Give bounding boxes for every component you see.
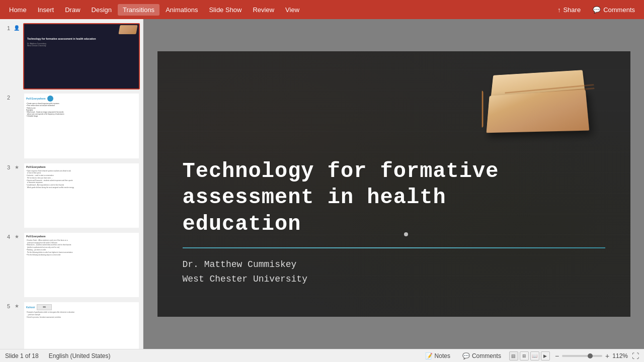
comments-icon: 💬 [593, 6, 601, 14]
thumb-poll-logo [47, 96, 53, 102]
thumb3-content: • Open response: Each channel question s… [26, 170, 137, 189]
slide-thumb-2[interactable]: Poll Everywhere • Create open or closed … [23, 93, 140, 159]
presenter-view-button[interactable]: ▶ [541, 351, 550, 360]
slide-icon-5: ★ [13, 301, 20, 309]
slide-thumb-1[interactable]: Technology for formative assessment in h… [23, 23, 140, 89]
menu-home[interactable]: Home [4, 4, 32, 16]
eraser-body [486, 89, 589, 133]
main-area: 1 👤 Technology for formative assessment … [0, 19, 644, 349]
star-icon-3: ★ [15, 164, 19, 170]
share-icon: ↑ [557, 6, 561, 14]
wood-eraser [479, 61, 590, 132]
thumb-title-1: Technology for formative assessment in h… [27, 37, 136, 41]
slide-number-2: 2 [3, 93, 10, 101]
menu-design[interactable]: Design [87, 4, 117, 16]
zoom-thumb [588, 353, 593, 358]
thumb-poll-title: Poll Everywhere [26, 97, 46, 100]
status-comments-icon: 💬 [462, 352, 470, 359]
thumb-wood-1 [118, 25, 137, 34]
star-icon-5: ★ [15, 303, 19, 309]
thumb4-title: Poll Everywhere [26, 235, 137, 238]
status-comments-button[interactable]: 💬 Comments [458, 351, 505, 360]
menu-view[interactable]: View [280, 4, 304, 16]
slide-number-4: 4 [3, 232, 10, 240]
thumb5-title: Kahoot [26, 306, 35, 309]
fullscreen-button[interactable]: ⛶ [632, 352, 639, 360]
slide-area: Technology for formative assessment in h… [143, 19, 644, 349]
comments-button[interactable]: 💬 Comments [588, 4, 640, 16]
slide-count: Slide 1 of 18 [5, 352, 39, 359]
view-icons: ▤ ⊞ 📖 ▶ [509, 351, 550, 360]
slide-item-2[interactable]: 2 Poll Everywhere • Create open or close… [3, 93, 140, 159]
zoom-level: 112% [612, 352, 628, 359]
slide-icon-2 [13, 93, 20, 95]
slide-thumb-5[interactable]: Kahoot IMG • Example of gamification whi… [23, 301, 140, 349]
menu-insert[interactable]: Insert [33, 4, 59, 16]
main-slide: Technology for formative assessment in h… [157, 51, 630, 317]
menu-slideshow[interactable]: Slide Show [204, 4, 247, 16]
thumb4-content: • Emotion Scale – Allow students to pick… [26, 239, 137, 256]
slide-icon-4: ★ [13, 232, 20, 239]
notes-icon: 📝 [425, 352, 433, 359]
slide-icon-1: 👤 [13, 23, 20, 31]
slide-icon-3: ★ [13, 162, 20, 170]
slide-divider [183, 247, 605, 248]
share-button[interactable]: ↑ Share [552, 4, 586, 16]
slide-panel: 1 👤 Technology for formative assessment … [0, 19, 143, 349]
eraser-side [481, 90, 483, 128]
menu-transitions[interactable]: Transitions [118, 4, 159, 16]
slide-text-content: Technology for formative assessment in h… [183, 158, 605, 287]
thumb3-title: Poll Everywhere [26, 165, 137, 168]
slide-author: Dr. Matthew Cummiskey West Chester Unive… [183, 257, 605, 287]
slide-title: Technology for formative assessment in h… [183, 158, 605, 238]
slide-item-5[interactable]: 5 ★ Kahoot IMG • Example of gamification… [3, 301, 140, 349]
slide-number-5: 5 [3, 301, 10, 309]
menu-bar: Home Insert Draw Design Transitions Anim… [0, 0, 644, 19]
slide-item-4[interactable]: 4 ★ Poll Everywhere • Emotion Scale – Al… [3, 232, 140, 298]
slide-thumb-4[interactable]: Poll Everywhere • Emotion Scale – Allow … [23, 232, 140, 298]
zoom-slider[interactable] [562, 355, 602, 357]
slide-sorter-button[interactable]: ⊞ [520, 351, 529, 360]
thumb5-img: IMG [37, 304, 52, 310]
slide-item-3[interactable]: 3 ★ Poll Everywhere • Open response: Eac… [3, 162, 140, 229]
thumb5-content: • Example of gamification which is trivi… [26, 311, 137, 318]
zoom-in-button[interactable]: + [604, 352, 610, 360]
slide-item-1[interactable]: 1 👤 Technology for formative assessment … [3, 23, 140, 89]
language-indicator: English (United States) [49, 352, 111, 359]
menu-review[interactable]: Review [248, 4, 279, 16]
slide-thumb-3[interactable]: Poll Everywhere • Open response: Each ch… [23, 162, 140, 229]
zoom-control: − + 112% [554, 352, 628, 360]
normal-view-button[interactable]: ▤ [509, 351, 518, 360]
star-icon-4: ★ [15, 234, 19, 239]
reading-view-button[interactable]: 📖 [530, 351, 539, 360]
notes-button[interactable]: 📝 Notes [421, 351, 454, 360]
menu-animations[interactable]: Animations [160, 4, 203, 16]
slide-number-1: 1 [3, 23, 10, 31]
thumb-sub-1: Dr. Matthew CummiskeyWest Chester Univer… [27, 43, 136, 48]
status-right-area: 📝 Notes 💬 Comments ▤ ⊞ 📖 ▶ − + 112% ⛶ [421, 351, 639, 360]
slide-number-3: 3 [3, 162, 10, 170]
person-icon-1: 👤 [14, 25, 20, 31]
zoom-out-button[interactable]: − [554, 352, 560, 360]
status-bar: Slide 1 of 18 English (United States) 📝 … [0, 349, 644, 362]
menu-draw[interactable]: Draw [60, 4, 85, 16]
thumb-poll-content: • Create open or closed response polls i… [26, 103, 137, 117]
